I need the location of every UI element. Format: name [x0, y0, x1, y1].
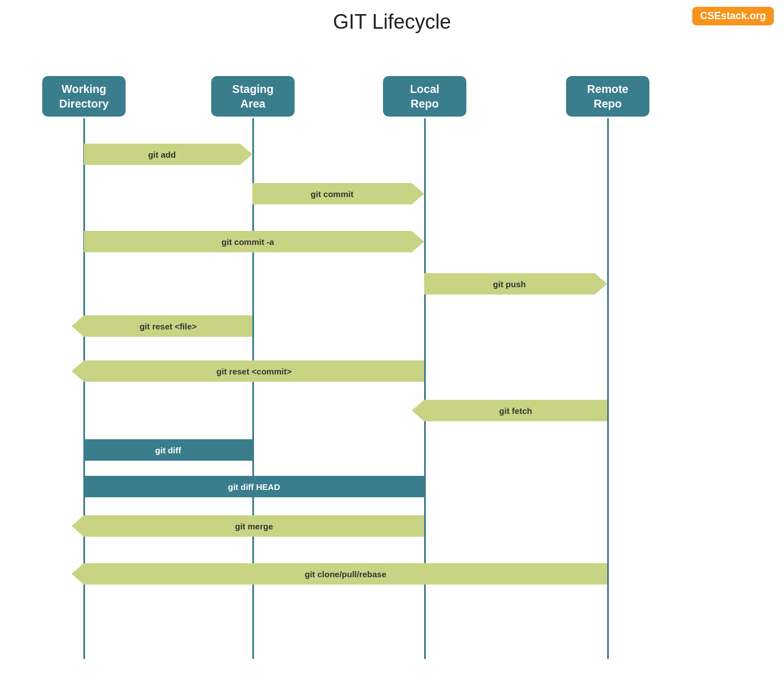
- cse-badge[interactable]: CSEstack.org: [692, 7, 774, 25]
- git-push-label: git push: [424, 279, 595, 289]
- git-reset-commit-arrow: git reset <commit>: [84, 360, 424, 382]
- git-diff-label: git diff: [84, 445, 252, 455]
- col-local: LocalRepo: [383, 76, 466, 117]
- git-commit-arrow: git commit: [252, 183, 412, 204]
- git-commit-a-arrow: git commit -a: [84, 231, 412, 252]
- git-add-arrow: git add: [84, 144, 240, 165]
- git-push-arrow: git push: [424, 273, 595, 295]
- git-reset-file-label: git reset <file>: [84, 322, 252, 331]
- diagram: WorkingDirectory StagingArea LocalRepo R…: [0, 39, 784, 676]
- git-diff-head-label: git diff HEAD: [84, 482, 424, 492]
- col-remote: RemoteRepo: [566, 76, 649, 117]
- git-clone-label: git clone/pull/rebase: [84, 569, 607, 579]
- vline-remote: [607, 118, 609, 659]
- git-commit-a-label: git commit -a: [84, 237, 412, 247]
- git-fetch-arrow: git fetch: [424, 400, 607, 421]
- git-add-label: git add: [84, 150, 240, 159]
- git-diff-head-bar: git diff HEAD: [84, 476, 424, 497]
- git-clone-arrow: git clone/pull/rebase: [84, 563, 607, 585]
- git-merge-arrow: git merge: [84, 515, 424, 537]
- git-reset-file-arrow: git reset <file>: [84, 315, 252, 337]
- page-title: GIT Lifecycle: [0, 0, 784, 39]
- git-reset-commit-label: git reset <commit>: [84, 367, 424, 376]
- git-diff-bar: git diff: [84, 439, 252, 461]
- git-commit-label: git commit: [252, 189, 412, 199]
- git-fetch-label: git fetch: [424, 406, 607, 416]
- col-staging: StagingArea: [211, 76, 295, 117]
- col-working: WorkingDirectory: [42, 76, 126, 117]
- git-merge-label: git merge: [84, 521, 424, 531]
